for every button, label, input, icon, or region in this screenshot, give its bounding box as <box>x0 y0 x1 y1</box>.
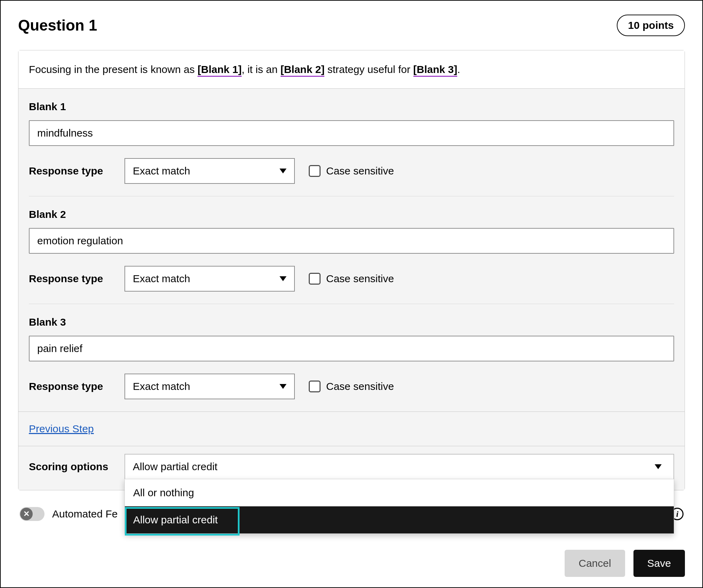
question-stem: Focusing in the present is known as [Bla… <box>18 50 685 89</box>
automated-feedback-toggle[interactable]: ✕ <box>19 507 45 521</box>
footer-button-row: Cancel Save <box>565 550 685 577</box>
case-sensitive-checkbox-3[interactable]: Case sensitive <box>309 381 394 392</box>
blank-2-response-row: Response type Exact match Case sensitive <box>29 266 674 292</box>
previous-step-link[interactable]: Previous Step <box>29 423 94 434</box>
blank-3-label: Blank 3 <box>29 316 674 328</box>
stem-blank-1: [Blank 1] <box>197 64 242 77</box>
response-type-value: Exact match <box>133 381 190 392</box>
automated-feedback-row: ✕ Automated Fe <box>19 507 118 521</box>
stem-text: , it is an <box>242 64 281 75</box>
question-card: Focusing in the present is known as [Bla… <box>18 50 685 490</box>
checkbox-icon <box>309 165 321 177</box>
blank-2-label: Blank 2 <box>29 209 674 220</box>
scoring-option-allow-partial-credit[interactable]: Allow partial credit <box>125 506 674 533</box>
blank-2-input[interactable] <box>29 228 674 254</box>
blank-1-input[interactable] <box>29 120 674 146</box>
response-type-value: Exact match <box>133 165 190 177</box>
response-type-select-2[interactable]: Exact match <box>124 266 295 292</box>
response-type-select-3[interactable]: Exact match <box>124 374 295 399</box>
case-sensitive-checkbox-2[interactable]: Case sensitive <box>309 273 394 285</box>
question-editor-panel: Question 1 10 points Focusing in the pre… <box>0 0 703 588</box>
blank-group-3: Blank 3 Response type Exact match Case s… <box>29 304 674 411</box>
blank-1-label: Blank 1 <box>29 101 674 113</box>
checkbox-icon <box>309 381 321 392</box>
scoring-options-row: Scoring options Allow partial credit All… <box>18 446 685 490</box>
checkbox-icon <box>309 273 321 285</box>
blank-1-response-row: Response type Exact match Case sensitive <box>29 158 674 184</box>
response-type-label: Response type <box>29 381 111 392</box>
stem-text: . <box>457 64 460 75</box>
caret-down-icon <box>280 384 286 389</box>
question-title: Question 1 <box>18 17 97 34</box>
blank-3-response-row: Response type Exact match Case sensitive <box>29 374 674 399</box>
scoring-options-select[interactable]: Allow partial credit All or nothing Allo… <box>124 454 674 480</box>
cancel-button[interactable]: Cancel <box>565 550 625 577</box>
previous-step-row: Previous Step <box>18 411 685 446</box>
scoring-selected-value: Allow partial credit <box>133 461 217 473</box>
response-type-label: Response type <box>29 273 111 285</box>
case-sensitive-checkbox-1[interactable]: Case sensitive <box>309 165 394 177</box>
stem-blank-3: [Blank 3] <box>413 64 458 77</box>
toggle-off-icon: ✕ <box>20 508 33 520</box>
scoring-options-label: Scoring options <box>29 461 111 473</box>
scoring-option-all-or-nothing[interactable]: All or nothing <box>125 479 674 506</box>
stem-text: Focusing in the present is known as <box>29 64 197 75</box>
automated-feedback-label: Automated Fe <box>52 508 118 520</box>
caret-down-icon <box>655 464 662 469</box>
case-sensitive-label: Case sensitive <box>326 273 394 285</box>
scoring-options-dropdown: All or nothing Allow partial credit <box>124 479 674 534</box>
blank-3-input[interactable] <box>29 336 674 361</box>
x-icon: ✕ <box>23 509 30 518</box>
response-type-select-1[interactable]: Exact match <box>124 158 295 184</box>
response-type-value: Exact match <box>133 273 190 285</box>
caret-down-icon <box>280 276 286 281</box>
points-pill[interactable]: 10 points <box>617 15 685 36</box>
blanks-area: Blank 1 Response type Exact match Case s… <box>18 89 685 411</box>
response-type-label: Response type <box>29 165 111 177</box>
case-sensitive-label: Case sensitive <box>326 381 394 392</box>
blank-group-1: Blank 1 Response type Exact match Case s… <box>29 89 674 196</box>
blank-group-2: Blank 2 Response type Exact match Case s… <box>29 196 674 304</box>
question-header: Question 1 10 points <box>18 8 685 50</box>
caret-down-icon <box>280 169 286 173</box>
stem-blank-2: [Blank 2] <box>281 64 325 77</box>
case-sensitive-label: Case sensitive <box>326 165 394 177</box>
save-button[interactable]: Save <box>633 550 685 577</box>
stem-text: strategy useful for <box>324 64 413 75</box>
